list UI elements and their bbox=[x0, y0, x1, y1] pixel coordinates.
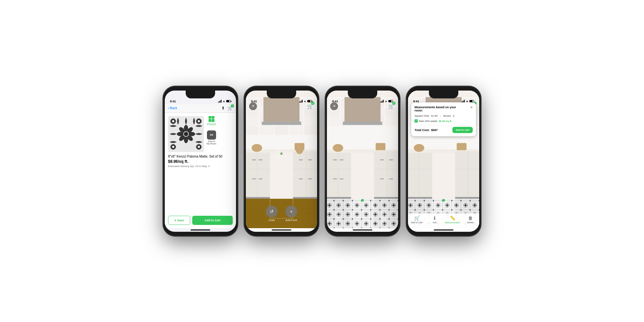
time-2: 9:41 bbox=[251, 100, 257, 103]
cart-tool-label: Add to Cart bbox=[411, 221, 423, 224]
phone-3-screen: 9:41 ▲ ✕ bbox=[327, 91, 398, 232]
home-indicator-1 bbox=[191, 229, 210, 230]
time-3: 9:41 bbox=[332, 100, 338, 103]
nav-bar-1: ‹ Back ⬆ 🛒 1 bbox=[165, 104, 236, 113]
photos-label: Photos bbox=[207, 123, 216, 126]
notch-3 bbox=[348, 91, 377, 98]
product-image-area: Photos AR View inMy Room bbox=[168, 116, 233, 152]
product-image bbox=[168, 116, 204, 152]
toolbar-add-to-cart[interactable]: 🛒 Add to Cart bbox=[408, 215, 426, 224]
ar-screen-2: 9:41 ▲ ✕ bbox=[246, 91, 317, 228]
product-price: $8.96/sq ft. bbox=[168, 159, 233, 164]
measure-tool-label: Measurements bbox=[445, 221, 460, 224]
back-button[interactable]: ‹ Back bbox=[168, 106, 177, 110]
undo-button[interactable]: ↺ Undo bbox=[266, 206, 278, 222]
chevron-left-icon: ‹ bbox=[168, 106, 169, 110]
svg-rect-48 bbox=[259, 159, 263, 160]
notch-4 bbox=[429, 91, 458, 98]
waste-checkbox[interactable]: ✓ bbox=[415, 119, 418, 123]
svg-point-6 bbox=[189, 132, 195, 136]
share-icon[interactable]: ⬆ bbox=[221, 106, 225, 110]
toolbar-info[interactable]: ℹ Info bbox=[426, 215, 444, 224]
svg-rect-49 bbox=[252, 178, 256, 179]
measure-tool-icon: 📏 bbox=[450, 215, 455, 221]
toolbar-delete[interactable]: 🗑 Delete bbox=[462, 215, 480, 224]
svg-rect-32 bbox=[246, 117, 259, 125]
info-tool-label: Info bbox=[433, 221, 437, 224]
toolbar-measurements[interactable]: 📏 Measurements bbox=[444, 215, 462, 224]
waste-label: Add 10% waste bbox=[419, 120, 437, 123]
phone-1-screen: 9:41 ▲ ‹ Bac bbox=[165, 91, 236, 232]
save-button[interactable]: ♥ Save bbox=[168, 216, 190, 225]
total-row: Total Cost: $597 Add to cart bbox=[415, 125, 473, 133]
notch bbox=[186, 91, 215, 98]
back-label: Back bbox=[170, 106, 177, 110]
svg-point-16 bbox=[172, 120, 175, 122]
svg-rect-38 bbox=[260, 126, 273, 134]
svg-rect-100 bbox=[333, 159, 337, 160]
svg-rect-166 bbox=[457, 143, 466, 150]
scan-indicator bbox=[277, 149, 286, 159]
ar-screen-4: 9:41 ▲ ✕ bbox=[408, 91, 479, 228]
sq-feet-label: Square Feet: 41.95 bbox=[415, 114, 438, 117]
info-tool-icon: ℹ bbox=[434, 215, 435, 221]
home-indicator-2 bbox=[272, 229, 291, 230]
add-to-cart-button-1[interactable]: Add to Cart bbox=[192, 216, 233, 225]
nav-icons: ⬆ 🛒 1 bbox=[221, 106, 233, 110]
svg-rect-63 bbox=[299, 178, 303, 179]
view-toggle: Photos AR View inMy Room bbox=[207, 116, 216, 145]
time-1: 9:41 bbox=[170, 100, 176, 103]
cart-tool-icon: 🛒 bbox=[414, 215, 420, 221]
phone-2-screen: 9:41 ▲ ✕ bbox=[246, 91, 317, 232]
svg-rect-50 bbox=[259, 178, 263, 179]
waste-value: 46.20 sq ft. bbox=[439, 120, 452, 123]
product-info: 8"x8" Kenzzi Paloma Matte, Set of 50 $8.… bbox=[168, 155, 233, 168]
ar-toolbar-4: 🛒 Add to Cart ℹ Info 📏 Measurements 🗑 De… bbox=[408, 213, 479, 228]
heart-icon: ♥ bbox=[174, 219, 176, 222]
battery-1 bbox=[226, 100, 231, 102]
svg-point-17 bbox=[197, 120, 200, 122]
popup-add-to-cart-button[interactable]: Add to cart bbox=[452, 127, 473, 133]
svg-rect-110 bbox=[380, 178, 384, 179]
svg-point-70 bbox=[252, 144, 262, 152]
svg-point-131 bbox=[361, 199, 364, 201]
svg-rect-43 bbox=[262, 122, 301, 125]
svg-point-19 bbox=[197, 145, 200, 148]
home-indicator-3 bbox=[353, 229, 372, 230]
home-indicator-4 bbox=[434, 229, 453, 230]
svg-rect-102 bbox=[333, 178, 337, 179]
svg-rect-101 bbox=[340, 159, 344, 160]
ar-button[interactable]: AR View inMy Room bbox=[207, 130, 216, 145]
boxes-label: Boxes: 3 bbox=[444, 114, 454, 117]
ar-label: View inMy Room bbox=[207, 140, 216, 145]
product-delivery: Estimated delivery Apr. 23 to May. 3 bbox=[168, 165, 233, 168]
svg-rect-64 bbox=[308, 178, 312, 179]
phone-4: 9:41 ▲ ✕ bbox=[406, 86, 481, 236]
popup-close-button[interactable]: ✕ bbox=[470, 106, 473, 109]
photos-button[interactable]: Photos bbox=[207, 116, 216, 126]
svg-rect-103 bbox=[340, 178, 344, 179]
product-content: Photos AR View inMy Room 8"x8" Kenzzi Pa… bbox=[165, 113, 236, 228]
add-point-button[interactable]: + Add Point bbox=[285, 206, 297, 222]
add-point-label: Add Point bbox=[286, 219, 297, 222]
phone-1: 9:41 ▲ ‹ Bac bbox=[163, 86, 238, 236]
ar-badge: AR bbox=[207, 130, 216, 140]
svg-rect-105 bbox=[374, 151, 398, 197]
cart-button[interactable]: 🛒 1 bbox=[228, 106, 233, 110]
add-point-icon: + bbox=[285, 206, 297, 217]
waste-row: ✓ Add 10% waste 46.20 sq ft. bbox=[415, 119, 473, 123]
phone-3: 9:41 ▲ ✕ bbox=[325, 86, 400, 236]
svg-point-18 bbox=[172, 145, 175, 148]
svg-rect-90 bbox=[327, 117, 340, 125]
svg-marker-130 bbox=[327, 198, 398, 228]
undo-label: Undo bbox=[268, 219, 275, 222]
svg-rect-39 bbox=[275, 126, 288, 134]
svg-rect-47 bbox=[252, 159, 256, 160]
svg-rect-97 bbox=[327, 151, 351, 197]
total-cost: Total Cost: $597 bbox=[415, 128, 438, 132]
undo-icon: ↺ bbox=[266, 206, 278, 217]
svg-rect-120 bbox=[376, 143, 385, 150]
save-label: Save bbox=[177, 219, 184, 222]
popup-header: Measurements based on your room: ✕ bbox=[415, 106, 473, 113]
phone-4-screen: 9:41 ▲ ✕ bbox=[408, 91, 479, 232]
